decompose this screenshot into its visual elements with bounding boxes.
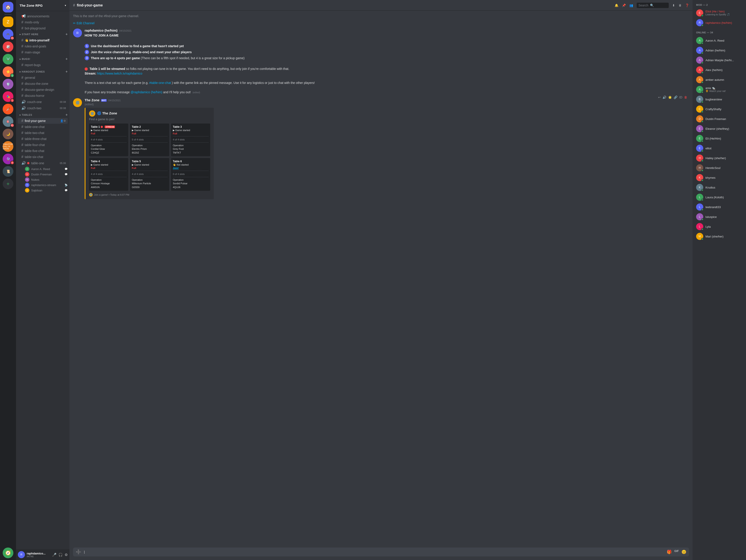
discover-icon[interactable]: 🧭	[3, 548, 13, 558]
member-craftyshafty[interactable]: C CraftyShafty	[694, 104, 744, 114]
members-icon[interactable]: 👥	[629, 4, 633, 7]
server-2[interactable]: 🎮 15	[3, 29, 13, 40]
server-12[interactable]: 🔮 4	[3, 154, 13, 164]
channel-table-three-chat[interactable]: # table-three-chat	[18, 136, 68, 142]
voice-user-dustin[interactable]: D Dustin Freeman 💬	[16, 172, 69, 177]
add-channel-tables[interactable]: +	[65, 113, 68, 117]
member-raphdamico[interactable]: R raphdamico (he/him)	[694, 18, 744, 28]
channel-table-six-chat[interactable]: # table-six-chat	[18, 154, 68, 160]
member-ania[interactable]: A ania 🐀 🌻 Watch your rat!	[694, 85, 744, 94]
member-eliot[interactable]: E Eliot (He / him) Listening to Spotify …	[694, 8, 744, 18]
gif-icon[interactable]: GIF	[674, 550, 679, 554]
star-icon[interactable]: ⭐	[668, 95, 672, 99]
member-aaron[interactable]: A Aaron A. Reed	[694, 36, 744, 46]
bell-icon[interactable]: 🔔	[614, 4, 619, 7]
channel-table-two-chat[interactable]: # table-two-chat	[18, 130, 68, 136]
channel-discuss-game-design[interactable]: # discuss-game-design	[18, 87, 68, 93]
voice-user-raphdamico-stream[interactable]: R raphdamico-stream 📡	[16, 182, 69, 188]
settings-icon[interactable]: ⚙	[64, 553, 68, 557]
add-channel-hangout[interactable]: +	[65, 70, 68, 74]
delete-icon[interactable]: 🗑	[684, 95, 687, 99]
member-lyla[interactable]: L Lyla	[694, 222, 744, 232]
server-9[interactable]: 🎯 61	[3, 116, 13, 127]
channel-table-one-chat[interactable]: # table-one-chat	[18, 124, 68, 130]
add-content-icon[interactable]: ➕	[76, 549, 81, 555]
emoji-icon[interactable]: 😊	[682, 550, 686, 554]
raphdamico-mention[interactable]: @raphdamico (he/him)	[131, 90, 162, 94]
member-dustin[interactable]: D Dustin Freeman	[694, 114, 744, 124]
channel-couch-one[interactable]: 🔊 couch-one 00 08	[18, 99, 68, 105]
voice-user-aaron[interactable]: A Aaron A. Reed 💬	[16, 166, 69, 172]
add-server-button[interactable]: +	[3, 178, 13, 189]
table-6-join-link[interactable]: Join!	[173, 167, 208, 169]
channel-discuss-horror[interactable]: # discuss-horror	[18, 93, 68, 98]
channel-main-stage[interactable]: # main-stage	[18, 50, 68, 55]
zone-rpg-server[interactable]: Z	[3, 17, 13, 27]
member-hereticsoul[interactable]: H HereticSoul	[694, 163, 744, 173]
channel-general[interactable]: # general	[18, 75, 68, 81]
id-icon[interactable]: ID	[679, 95, 682, 99]
discord-home-icon[interactable]: 🏠	[3, 2, 13, 12]
inbox-icon[interactable]: 🖥	[679, 4, 682, 7]
member-adrian[interactable]: A Adrian (he/him)	[694, 46, 744, 55]
server-13[interactable]: 📜	[3, 166, 13, 177]
section-header-start-here[interactable]: ▸ START HERE +	[16, 31, 69, 37]
gift-icon[interactable]: 🎁	[667, 550, 671, 554]
sound-icon[interactable]: 🔊	[662, 95, 666, 99]
member-adrian-marple[interactable]: A Adrian Marple (he/hi...	[694, 55, 744, 65]
voice-user-nukes[interactable]: N Nukes	[16, 177, 69, 182]
member-eli[interactable]: E Eli (He/Him)	[694, 134, 744, 143]
message-input[interactable]	[84, 550, 664, 554]
member-elliot[interactable]: E elliot	[694, 143, 744, 153]
reply-icon[interactable]: ↩	[658, 95, 661, 99]
add-channel-start-here[interactable]: +	[65, 32, 68, 36]
member-bugbearstew[interactable]: B bugbearstew	[694, 94, 744, 104]
section-header-bugs[interactable]: ▸ BUGS! +	[16, 56, 69, 62]
member-eleanor[interactable]: E Eleanor (she/they)	[694, 124, 744, 134]
tabletop-call-in-show[interactable]: TABLETOP CALL IN SHOW	[3, 141, 13, 152]
headset-icon[interactable]: 🎧	[58, 553, 63, 557]
channel-report-bugs[interactable]: # report-bugs	[18, 62, 68, 68]
edit-channel-button[interactable]: ✏ Edit Channel	[73, 21, 689, 25]
section-header-tables[interactable]: ▸ TABLES +	[16, 112, 69, 118]
server-6[interactable]: 🛡️	[3, 79, 13, 89]
microphone-icon[interactable]: 🎤	[52, 553, 57, 557]
pin-icon[interactable]: 📌	[622, 4, 626, 7]
server-3[interactable]: 🎲	[3, 41, 13, 52]
server-4[interactable]: ⚔️	[3, 54, 13, 64]
server-10[interactable]: 🌙	[3, 129, 13, 139]
channel-bot-playground[interactable]: # bot-playground	[18, 25, 68, 31]
link-icon[interactable]: 🔗	[673, 95, 678, 99]
twitch-link[interactable]: https://www.twitch.tv/raphdamico	[97, 72, 142, 75]
channel-find-your-game[interactable]: # find-your-game 👤⚙	[18, 118, 68, 124]
member-mari[interactable]: M Mari (she/her)	[694, 232, 744, 241]
search-box[interactable]: Search 🔍	[637, 3, 669, 8]
channel-table-one-voice[interactable]: 🔊 table-one 05 06	[18, 160, 68, 166]
help-icon[interactable]: ❓	[685, 4, 689, 7]
channel-table-four-chat[interactable]: # table-four-chat	[18, 142, 68, 148]
member-hailey[interactable]: H Hailey (she/her)	[694, 153, 744, 163]
server-header[interactable]: The Zone RPG ▾	[16, 0, 69, 11]
member-alex[interactable]: A Alex (he/him)	[694, 65, 744, 75]
server-5[interactable]: 🌟 1	[3, 66, 13, 77]
member-amber[interactable]: A amber autumn	[694, 75, 744, 85]
channel-announcements[interactable]: 📢 announcements	[18, 13, 68, 19]
voice-user-sajidsan[interactable]: S Sajidsan 💬	[16, 188, 69, 193]
channel-rules-and-goals[interactable]: # rules-and-goals	[18, 43, 68, 49]
channel-couch-two[interactable]: 🔊 couch-two 00 08	[18, 105, 68, 111]
section-header-hangout-zones[interactable]: ▸ HANGOUT ZONES +	[16, 69, 69, 75]
channel-discuss-the-zone[interactable]: # discuss-the-zone	[18, 81, 68, 87]
add-channel-bugs[interactable]: +	[65, 57, 68, 61]
channel-table-five-chat[interactable]: # table-five-chat	[18, 148, 68, 154]
member-leebrandt[interactable]: L leebrandt33	[694, 202, 744, 212]
download-icon[interactable]: ⬇	[672, 4, 675, 7]
channel-intro-yourself[interactable]: # 👋 intro-yourself	[18, 37, 68, 43]
table-one-chat-link[interactable]: #table-one-chat	[149, 81, 171, 85]
member-krudius[interactable]: K Krudius	[694, 182, 744, 192]
server-8[interactable]: 🗡️	[3, 104, 13, 114]
member-khymes[interactable]: K khymes	[694, 173, 744, 182]
member-laura[interactable]: L Laura (Koloth)	[694, 192, 744, 202]
member-luluspice[interactable]: L luluspice	[694, 212, 744, 222]
server-7[interactable]: 🎭 1	[3, 91, 13, 102]
channel-mods-only[interactable]: # mods-only	[18, 19, 68, 25]
